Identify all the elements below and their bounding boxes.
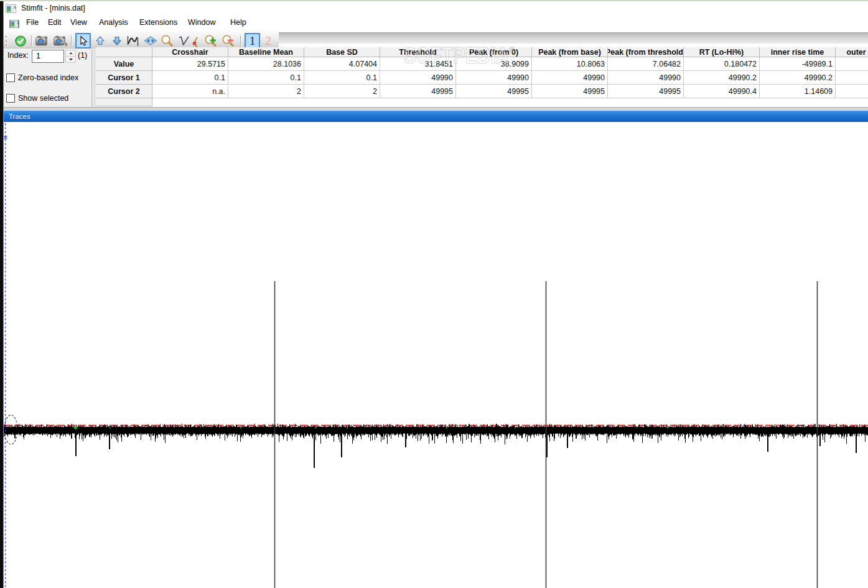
table-cell[interactable]: 2 [228,85,304,98]
column-header[interactable]: Baseline Mean [228,47,304,57]
spinner-down-icon [69,58,73,61]
trace-plot[interactable] [0,122,868,588]
fit-trace-button[interactable] [126,33,141,49]
snapshot-button[interactable] [35,33,49,49]
row-header-stub[interactable] [96,98,152,106]
zoom-in-icon [204,34,219,48]
apply-button[interactable] [12,33,28,49]
table-cell[interactable]: 49990 [380,71,456,85]
table-cell[interactable]: 1.14609 [760,85,836,98]
svg-text:PS: PS [62,41,67,47]
table-cell[interactable]: 0.1 [304,71,380,85]
menu-edit[interactable]: Edit [48,17,62,28]
snapshot-ps-icon: PS [54,35,67,47]
menu-file[interactable]: File [26,17,39,28]
table-cell[interactable]: 28.1036 [228,57,304,71]
table-cell[interactable]: 29.5715 [152,57,228,71]
zero-based-checkbox[interactable] [6,73,15,82]
table-cell[interactable] [836,57,868,71]
zoom-tool-button[interactable] [159,33,175,49]
channel1-button[interactable]: 1 [245,33,260,49]
ok-icon [15,35,26,47]
menu-analysis[interactable]: Analysis [99,17,128,28]
table-cell[interactable]: 38.9099 [456,57,532,71]
channel2-label[interactable]: 2 [265,35,271,47]
toolbar-grip[interactable] [6,36,8,46]
row-header[interactable]: Cursor 2 [96,85,152,98]
table-cell[interactable]: 7.06482 [608,57,684,71]
column-header[interactable]: Base SD [304,47,380,57]
next-trace-icon [111,36,123,45]
table-cell[interactable]: 0.1 [152,71,228,85]
row-header[interactable]: Cursor 1 [96,71,152,85]
table-cell[interactable] [836,85,868,98]
menu-extensions[interactable]: Extensions [139,17,177,28]
left-edge-strip [0,1,4,588]
toolbar-separator [240,35,241,47]
table-cell[interactable]: 0.180472 [684,57,760,71]
snapshot-ps-button[interactable]: PS [53,33,68,49]
column-header[interactable]: Peak (from base) [532,47,608,57]
fit-width-button[interactable] [142,33,158,49]
table-cell[interactable]: 49995 [608,85,684,98]
column-header[interactable]: inner rise time [760,47,836,57]
row-header[interactable]: Value [96,57,152,71]
zoom-out-icon [222,34,236,48]
table-cell[interactable]: 49990.2 [760,71,836,85]
column-header[interactable]: Threshold [380,47,456,57]
toolbar-separator [31,35,32,47]
table-cell[interactable] [836,71,868,85]
toolbar-dock [279,30,868,49]
column-header[interactable]: Crosshair [152,47,228,57]
spinner-up-button[interactable] [65,50,76,56]
column-header[interactable]: Peak (from 0) [456,47,532,57]
table-cell[interactable]: 49990 [456,71,532,85]
previous-trace-button[interactable] [92,33,108,49]
table-cell[interactable]: -49989.1 [760,57,836,71]
table-cell[interactable]: 49990 [608,71,684,85]
show-selected-checkbox[interactable] [6,94,15,103]
table-cell[interactable]: 49990 [532,71,608,85]
table-cell[interactable]: 49990.4 [684,85,760,98]
column-header[interactable]: outer rise time [836,47,868,57]
column-header[interactable]: RT (Lo-Hi%) [684,47,760,57]
stimfit-window: Stimfit - [minis.dat] File Edit View Ana… [0,0,868,588]
results-table[interactable]: CrosshairBaseline MeanBase SDThresholdPe… [96,47,868,107]
column-header[interactable]: Peak (from threshold) [608,47,684,57]
channel1-label: 1 [250,35,256,47]
traces-pane-caption[interactable]: Traces [4,111,868,122]
event-pen-button[interactable] [191,33,202,49]
menu-help[interactable]: Help [230,17,246,28]
select-tool-button[interactable] [75,33,91,49]
menu-view[interactable]: View [70,17,87,28]
index-count-label: (1) [78,51,87,60]
table-cell[interactable]: 4.07404 [304,57,380,71]
document-icon [9,19,19,30]
table-cell[interactable]: 10.8063 [532,57,608,71]
table-cell[interactable]: 49990.2 [684,71,760,85]
table-cell[interactable]: n.a. [152,85,228,98]
next-trace-button[interactable] [109,33,124,49]
trace-canvas[interactable] [0,122,868,588]
traces-pane-title: Traces [9,113,30,120]
fit-width-icon [144,36,157,45]
zero-based-label: Zero-based index [18,73,78,82]
index-input[interactable]: 1 [32,50,64,63]
window-title: Stimfit - [minis.dat] [21,4,85,12]
table-cell[interactable]: 0.1 [228,71,304,85]
table-cell[interactable]: 31.8451 [380,57,456,71]
spinner-down-button[interactable] [65,56,76,63]
toolbar: PS [4,30,279,49]
table-corner-cell[interactable] [96,47,152,57]
table-cell[interactable]: 49995 [380,85,456,98]
zoom-in-button[interactable] [203,33,219,49]
table-cell[interactable]: 49995 [532,85,608,98]
zoom-out-button[interactable] [221,33,236,49]
menu-window[interactable]: Window [188,17,215,28]
app-icon [6,4,16,16]
measure-v-icon [178,35,190,47]
table-cell[interactable]: 49995 [456,85,532,98]
table-cell[interactable]: 2 [304,85,380,98]
index-spinner [65,50,76,63]
measure-v-button[interactable] [176,33,192,49]
